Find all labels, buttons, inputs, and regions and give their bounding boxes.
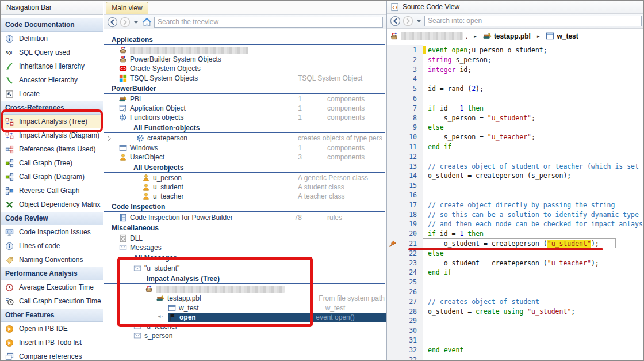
- tree-row-label: DLL: [130, 234, 143, 242]
- tree-row-w-test[interactable]: w_testw_test: [104, 303, 386, 313]
- expand-arrow-icon[interactable]: [107, 135, 112, 141]
- tree-row-code-inspection-for-powerbuilder[interactable]: Code Inspection for PowerBuilder78rules: [104, 212, 386, 222]
- code-line-9: 9else: [387, 123, 644, 132]
- nav-item-average-execution-time[interactable]: Average Execution Time: [1, 280, 103, 294]
- tree-row-description: From file system path: [285, 294, 386, 302]
- code-text: [423, 94, 428, 104]
- history-dropdown-icon[interactable]: [133, 20, 139, 25]
- tree-row-u-student[interactable]: "u_student": [104, 264, 386, 273]
- back-button[interactable]: [390, 16, 401, 26]
- tree-row-application-object[interactable]: Application Object1components: [104, 104, 386, 113]
- code-text: o_student = create using "u_student";: [423, 307, 575, 317]
- tree-section-code-inspection: Code Inspection: [104, 202, 385, 212]
- nav-item-call-graph-diagram[interactable]: Call Graph (Diagram): [1, 170, 103, 184]
- collapse-arrow-icon[interactable]: ◄·: [157, 314, 163, 319]
- tree-row-count: 1: [285, 113, 302, 121]
- nav-item-label: Naming Conventions: [19, 256, 83, 264]
- nav-section-performance-analysis: Performance Analysis: [1, 267, 103, 280]
- tree-row-columns: w_test: [285, 304, 386, 312]
- code-line-6: 6: [387, 94, 644, 104]
- breadcrumb-item-w-test[interactable]: w_test: [546, 32, 578, 40]
- code-editor[interactable]: 1event open;u_person o_student;2string s…: [387, 43, 644, 361]
- forward-button[interactable]: [120, 17, 131, 28]
- forward-button[interactable]: [402, 16, 413, 26]
- breadcrumb: .▸testapp.pbl▸w_test: [387, 29, 644, 44]
- tree-row-label: u_student: [153, 183, 183, 191]
- code-search-input[interactable]: Search into: open: [424, 16, 642, 26]
- code-text: [423, 152, 428, 162]
- tree-row-windows[interactable]: Windows1components: [104, 143, 386, 153]
- tree-row-u-teacher[interactable]: u_teacherA teacher class: [104, 192, 386, 201]
- nav-item-ancestor-hierarchy[interactable]: Ancestor Hierarchy: [1, 73, 103, 87]
- nav-item-impact-analysis-tree[interactable]: Impact Analysis (Tree): [1, 115, 103, 128]
- tree-row-label: UserObject: [130, 153, 164, 161]
- tree-row-powerbuilder-system-objects[interactable]: PowerBuilder System Objects: [104, 55, 386, 64]
- open-icon: [168, 313, 177, 321]
- back-button[interactable]: [107, 17, 118, 28]
- nav-item-locate[interactable]: Locate: [1, 87, 103, 101]
- tab-main-view[interactable]: Main view: [106, 2, 148, 14]
- tree-row-pbl[interactable]: PBL1components: [104, 94, 386, 104]
- nav-item-naming-conventions[interactable]: Naming Conventions: [1, 253, 103, 267]
- nav-item-open-in-pb-ide[interactable]: POpen in PB IDE: [1, 322, 103, 336]
- tree-row-functions-objects[interactable]: Functions objects1components: [104, 113, 386, 122]
- tree-section-applications: Applications: [104, 35, 385, 45]
- tree-row-testapp-pbl[interactable]: testapp.pblFrom file system path: [104, 294, 386, 303]
- tree-row-tsql-system-objects[interactable]: TSQL System ObjectsTSQL System Object: [104, 74, 386, 83]
- code-text: [423, 355, 428, 361]
- nav-item-call-graph-tree[interactable]: Call Graph (Tree): [1, 156, 103, 170]
- breadcrumb-item[interactable]: [390, 32, 463, 40]
- tree-row-unit: components: [327, 144, 365, 152]
- code-line-20: 20if id = 1 then: [387, 229, 644, 239]
- u-teacher-icon: [133, 322, 141, 330]
- tree-row-messages[interactable]: Messages: [104, 243, 386, 252]
- gutter-line-number: 8: [387, 113, 423, 123]
- nav-item-inheritance-hierarchy[interactable]: Inheritance Hierarchy: [1, 59, 103, 73]
- tree-row-redacted[interactable]: [104, 45, 386, 55]
- code-line-16: 16: [387, 191, 644, 200]
- nav-item-sql-query-used[interactable]: SQLSQL Query used: [1, 45, 103, 59]
- nav-item-reverse-call-graph[interactable]: Reverse Call Graph: [1, 184, 103, 197]
- gutter-line-number: 27: [387, 297, 423, 307]
- tree-row-u-person[interactable]: u_personA generic Person class: [104, 173, 386, 183]
- tree-row-redacted[interactable]: [104, 284, 386, 294]
- breadcrumb-item-[interactable]: .: [466, 32, 467, 40]
- impact-analysis-tree-icon: [5, 117, 14, 126]
- tree-row-u-teacher[interactable]: "u_teacher": [104, 322, 386, 331]
- tree-row-open[interactable]: ◄·openevent open(): [104, 313, 386, 322]
- nav-item-lines-of-code[interactable]: Lines of code: [1, 239, 103, 253]
- treeview-search-input[interactable]: Search the treeview: [154, 17, 383, 28]
- nav-item-definition[interactable]: Definition: [1, 32, 103, 45]
- nav-item-compare-references[interactable]: Compare references: [1, 349, 103, 361]
- tree-row-userobject[interactable]: UserObject3components: [104, 153, 386, 162]
- u-student-icon: [142, 183, 150, 191]
- home-button[interactable]: [141, 17, 152, 28]
- tree-section-miscellaneous: Miscellaneous: [104, 223, 385, 233]
- nav-item-object-dependency-matrix[interactable]: Object Dependency Matrix: [1, 197, 103, 211]
- nav-item-call-graph-execution-time[interactable]: Call Graph Execution Time: [1, 294, 103, 308]
- tree-row-label: "u_teacher": [144, 322, 180, 330]
- nav-item-insert-in-pb-todo-list[interactable]: PInsert in PB Todo list: [1, 336, 103, 349]
- nav-item-impact-analysis-diagram[interactable]: Impact Analysis (Diagram): [1, 128, 103, 142]
- tree-row-createperson[interactable]: createpersoncreates objects of type pers: [104, 134, 386, 143]
- gutter-line-number: 2: [387, 55, 423, 65]
- history-dropdown-icon[interactable]: [416, 18, 421, 24]
- tree-row-oracle-system-objects[interactable]: Oracle System Objects: [104, 64, 386, 73]
- sql-query-used-icon: SQL: [5, 48, 14, 57]
- tree-section-impact-analysis-tree: Impact Analysis (Tree): [104, 273, 385, 284]
- nav-item-references-items-used[interactable]: References (Items Used): [1, 142, 103, 156]
- tree-row-label: PBL: [130, 95, 143, 103]
- tree-row-u-student[interactable]: u_studentA student class: [104, 183, 386, 192]
- nav-item-label: Call Graph (Diagram): [19, 173, 85, 181]
- breadcrumb-item-testapp-pbl[interactable]: testapp.pbl: [483, 32, 531, 40]
- code-line-26: 26: [387, 287, 644, 297]
- code-line-13: 13// creates object of student or teache…: [387, 162, 644, 172]
- tree-row-dll[interactable]: DLL: [104, 234, 386, 243]
- tree-row-label: TSQL System Objects: [130, 74, 198, 82]
- code-text: [423, 326, 428, 336]
- nav-item-code-inspection-issues[interactable]: Code Inspection Issues: [1, 225, 103, 239]
- code-text: // and then each node can be checked for…: [423, 219, 644, 229]
- tree-row-s-person[interactable]: s_person: [104, 331, 386, 340]
- treeview[interactable]: ApplicationsPowerBuilder System ObjectsO…: [104, 29, 386, 361]
- code-text: end if: [423, 268, 452, 278]
